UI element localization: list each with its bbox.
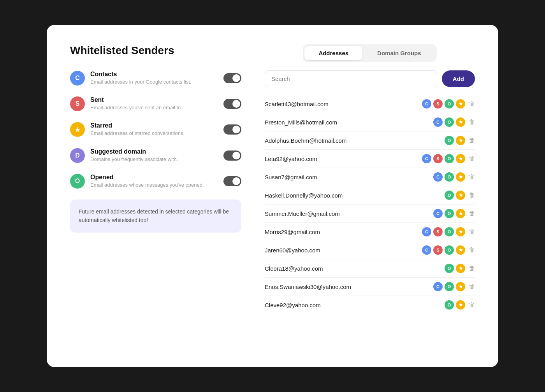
toggle-opened[interactable]	[223, 176, 241, 186]
badge-star: ★	[456, 209, 465, 218]
email-address: Leta92@yahoo.com	[265, 156, 422, 162]
email-badges: CO★ 🗑	[433, 117, 475, 127]
badge-o: O	[445, 99, 454, 108]
delete-icon[interactable]: 🗑	[469, 247, 475, 254]
badge-c: C	[433, 209, 443, 218]
badge-o: O	[445, 300, 454, 310]
badge-c: C	[422, 99, 431, 108]
tab-bar: Addresses Domain Groups	[303, 44, 436, 62]
email-address: Haskell.Donnelly@yahoo.com	[265, 192, 445, 199]
badge-c: C	[433, 282, 443, 291]
toggle-suggested[interactable]	[223, 150, 241, 161]
badge-star: ★	[456, 245, 465, 255]
badge-c: C	[422, 227, 431, 236]
email-address: Scarlett43@hotmail.com	[265, 101, 422, 107]
delete-icon[interactable]: 🗑	[469, 301, 475, 308]
badge-o: O	[445, 191, 454, 200]
table-row: Adolphus.Boehm@hotmail.com O★ 🗑	[265, 131, 475, 150]
table-row: Enos.Swaniawski30@yahoo.com CO★ 🗑	[265, 278, 475, 296]
email-list: Scarlett43@hotmail.com CSO★ 🗑 Preston_Mi…	[265, 95, 475, 314]
email-badges: CSO★ 🗑	[422, 99, 475, 108]
toggle-starred[interactable]	[223, 124, 241, 135]
email-address: Cleve92@yahoo.com	[265, 302, 445, 308]
add-button[interactable]: Add	[442, 70, 475, 87]
table-row: Haskell.Donnelly@yahoo.com O★ 🗑	[265, 186, 475, 205]
badge-star: ★	[456, 154, 465, 163]
category-text-opened: Opened Email addresses whose messages yo…	[90, 174, 218, 189]
badge-s: S	[433, 99, 443, 108]
email-badges: CSO★ 🗑	[422, 245, 475, 255]
badge-o: O	[445, 154, 454, 163]
table-row: Cleora18@yahoo.com O★ 🗑	[265, 259, 475, 278]
toggle-sent[interactable]	[223, 99, 241, 109]
badge-star: ★	[456, 191, 465, 200]
table-row: Preston_Mills@hotmail.com CO★ 🗑	[265, 113, 475, 131]
page-title: Whitelisted Senders	[70, 44, 241, 57]
category-icon-suggested: D	[70, 148, 85, 163]
search-row: Add	[265, 70, 475, 87]
table-row: Scarlett43@hotmail.com CSO★ 🗑	[265, 95, 475, 113]
email-badges: CO★ 🗑	[433, 209, 475, 218]
category-desc-sent: Email addresses you've sent an email to.	[90, 104, 218, 111]
email-badges: O★ 🗑	[445, 264, 475, 273]
badge-c: C	[422, 154, 431, 163]
table-row: Leta92@yahoo.com CSO★ 🗑	[265, 150, 475, 168]
delete-icon[interactable]: 🗑	[469, 283, 475, 290]
category-item-contacts: C Contacts Email addresses in your Googl…	[70, 71, 241, 86]
category-item-opened: O Opened Email addresses whose messages …	[70, 174, 241, 189]
category-item-starred: ★ Starred Email addresses of starred con…	[70, 122, 241, 137]
badge-o: O	[445, 172, 454, 182]
delete-icon[interactable]: 🗑	[469, 265, 475, 272]
left-panel: Whitelisted Senders C Contacts Email add…	[70, 44, 241, 348]
email-badges: O★ 🗑	[445, 300, 475, 310]
email-address: Susan7@gmail.com	[265, 174, 433, 180]
badge-star: ★	[456, 282, 465, 291]
delete-icon[interactable]: 🗑	[469, 228, 475, 235]
search-input[interactable]	[265, 70, 437, 87]
email-badges: CO★ 🗑	[433, 282, 475, 291]
category-text-suggested: Suggested domain Domains you frequently …	[90, 148, 218, 163]
email-badges: O★ 🗑	[445, 136, 475, 145]
badge-star: ★	[456, 227, 465, 236]
delete-icon[interactable]: 🗑	[469, 192, 475, 199]
delete-icon[interactable]: 🗑	[469, 155, 475, 162]
delete-icon[interactable]: 🗑	[469, 173, 475, 180]
table-row: Summer.Mueller@gmail.com CO★ 🗑	[265, 205, 475, 223]
tab-domain-groups[interactable]: Domain Groups	[363, 46, 435, 60]
badge-o: O	[445, 227, 454, 236]
tab-addresses[interactable]: Addresses	[304, 46, 362, 60]
email-badges: O★ 🗑	[445, 191, 475, 200]
email-badges: CSO★ 🗑	[422, 227, 475, 236]
category-icon-starred: ★	[70, 122, 85, 137]
category-desc-opened: Email addresses whose messages you've op…	[90, 182, 218, 189]
main-card: Whitelisted Senders C Contacts Email add…	[47, 25, 498, 367]
badge-o: O	[445, 117, 454, 127]
badge-c: C	[433, 117, 443, 127]
category-name-starred: Starred	[90, 122, 218, 129]
badge-star: ★	[456, 136, 465, 145]
email-address: Morris29@gmail.com	[265, 229, 422, 235]
category-desc-suggested: Domains you frequently associate with.	[90, 156, 218, 163]
badge-o: O	[445, 209, 454, 218]
category-name-contacts: Contacts	[90, 71, 218, 78]
delete-icon[interactable]: 🗑	[469, 210, 475, 217]
info-box-text: Future email addresses detected in selec…	[79, 207, 233, 225]
badge-o: O	[445, 245, 454, 255]
email-address: Enos.Swaniawski30@yahoo.com	[265, 284, 433, 290]
badge-star: ★	[456, 300, 465, 310]
badge-star: ★	[456, 99, 465, 108]
email-address: Cleora18@yahoo.com	[265, 265, 445, 272]
category-item-suggested: D Suggested domain Domains you frequentl…	[70, 148, 241, 163]
badge-o: O	[445, 136, 454, 145]
category-desc-contacts: Email addresses in your Google contacts …	[90, 79, 218, 86]
category-item-sent: S Sent Email addresses you've sent an em…	[70, 96, 241, 111]
badge-star: ★	[456, 117, 465, 127]
badge-s: S	[433, 227, 443, 236]
toggle-contacts[interactable]	[223, 73, 241, 83]
delete-icon[interactable]: 🗑	[469, 137, 475, 144]
delete-icon[interactable]: 🗑	[469, 100, 475, 107]
delete-icon[interactable]: 🗑	[469, 119, 475, 126]
category-name-opened: Opened	[90, 174, 218, 181]
info-box: Future email addresses detected in selec…	[70, 200, 241, 233]
table-row: Jaren60@yahoo.com CSO★ 🗑	[265, 241, 475, 259]
